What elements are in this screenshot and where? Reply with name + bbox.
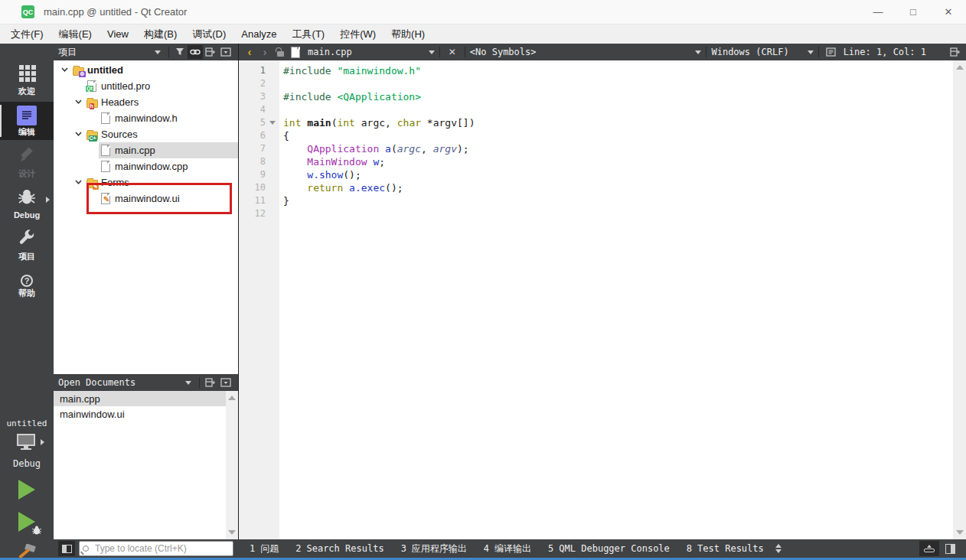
locator-input[interactable] — [95, 543, 217, 554]
line-number: 2 — [239, 77, 266, 90]
close-panel-icon[interactable] — [218, 45, 233, 59]
mode-item-欢迎[interactable]: 欢迎 — [0, 60, 54, 99]
pane-up-down-icon[interactable] — [775, 544, 782, 553]
menu-item[interactable]: 文件(F) — [3, 25, 51, 44]
build-hammer-button[interactable] — [16, 544, 38, 560]
open-file-name[interactable]: main.cpp — [308, 47, 352, 57]
code-line-2: 2 — [239, 77, 953, 90]
symbols-dropdown-icon[interactable] — [695, 50, 701, 54]
menu-item[interactable]: Analyze — [233, 26, 284, 42]
output-pane-5[interactable]: 5QML Debugger Console — [541, 542, 677, 555]
panel-dropdown-icon[interactable] — [185, 381, 191, 385]
output-pane-3[interactable]: 3应用程序输出 — [394, 541, 474, 557]
chevron-down-icon[interactable] — [74, 177, 83, 188]
open-documents-list: main.cppmainwindow.ui — [54, 391, 238, 539]
code-line-5: 5int main(int argc, char *argv[]) — [239, 116, 953, 129]
open-document-main.cpp[interactable]: main.cpp — [54, 391, 227, 406]
line-number: 6 — [239, 129, 266, 142]
forward-icon[interactable]: › — [257, 45, 273, 59]
mode-item-设计: 设计 — [0, 143, 54, 181]
minimize-button[interactable]: — — [860, 0, 896, 24]
line-ending-combo[interactable]: Windows (CRLF) — [711, 47, 788, 57]
project-tree: ⚙untitledQtuntitled.prohHeadersmainwindo… — [54, 60, 238, 374]
fold-marker-icon[interactable] — [269, 121, 276, 125]
pro-file-icon: Qt — [85, 80, 99, 92]
close-panel-icon[interactable] — [218, 376, 233, 389]
code-line-10: 10 return a.exec(); — [239, 181, 953, 194]
split-panel-icon[interactable] — [203, 45, 218, 59]
split-editor-icon[interactable] — [948, 45, 963, 59]
chevron-down-icon[interactable] — [60, 64, 69, 76]
line-number: 7 — [239, 142, 266, 155]
line-number: 1 — [239, 64, 266, 77]
tree-item-Sources[interactable]: C+Sources — [54, 126, 238, 142]
code-line-6: 6{ — [239, 129, 953, 142]
menu-item[interactable]: 帮助(H) — [383, 25, 432, 44]
split-panel-icon[interactable] — [203, 376, 218, 389]
output-pane-4[interactable]: 4编译输出 — [477, 541, 538, 557]
menu-item[interactable]: View — [100, 26, 136, 42]
line-ending-dropdown-icon[interactable] — [808, 50, 814, 54]
filter-icon[interactable] — [172, 45, 188, 59]
output-pane-8[interactable]: 8Test Results — [680, 542, 771, 555]
menu-item[interactable]: 编辑(E) — [51, 25, 100, 44]
tree-item-untitled.pro[interactable]: Qtuntitled.pro — [54, 78, 238, 94]
mode-sidebar: 欢迎编辑设计Debug项目?帮助 untitled Debug — [0, 44, 54, 539]
tree-item-untitled[interactable]: ⚙untitled — [54, 62, 238, 78]
open-document-mainwindow.ui[interactable]: mainwindow.ui — [54, 406, 227, 422]
output-pane-1[interactable]: 1问题 — [243, 541, 286, 557]
run-button[interactable] — [18, 480, 35, 500]
open-documents-header: Open Documents — [54, 374, 238, 391]
editor-scrollbar[interactable] — [953, 60, 966, 539]
project-panel-header: 项目 — [54, 44, 238, 60]
tree-item-Headers[interactable]: hHeaders — [54, 94, 238, 110]
open-documents-scrollbar[interactable] — [226, 391, 238, 539]
menu-item[interactable]: 构建(B) — [136, 25, 184, 44]
kit-selector[interactable]: untitled Debug — [0, 418, 54, 469]
window-title: main.cpp @ untitled - Qt Creator — [44, 6, 187, 18]
chevron-down-icon[interactable] — [74, 129, 83, 140]
code-line-3: 3#include <QApplication> — [239, 90, 953, 103]
maximize-button[interactable]: □ — [896, 0, 931, 24]
close-button[interactable]: ✕ — [931, 0, 966, 24]
file-dropdown-icon[interactable] — [429, 50, 435, 54]
chevron-down-icon[interactable] — [74, 96, 83, 108]
sources-folder-icon: C+ — [85, 129, 99, 140]
project-panel-title: 项目 — [58, 46, 77, 59]
mode-item-编辑[interactable]: 编辑 — [0, 102, 54, 140]
menu-item[interactable]: 工具(T) — [285, 25, 333, 44]
debug-run-button[interactable] — [18, 512, 35, 532]
line-number: 12 — [239, 207, 266, 220]
line-number: 9 — [239, 168, 266, 181]
output-pane-buttons: 1问题2Search Results3应用程序输出4编译输出5QML Debug… — [243, 541, 771, 557]
tree-item-mainwindow.cpp[interactable]: mainwindow.cpp — [54, 158, 238, 174]
code-line-11: 11} — [239, 194, 953, 207]
file-icon — [288, 45, 303, 59]
left-panel: 项目 ⚙untitledQtuntitled.prohHeadersma — [54, 44, 239, 539]
locator[interactable] — [79, 541, 233, 556]
sync-with-editor-icon[interactable] — [188, 45, 203, 59]
toggle-left-sidebar-icon[interactable] — [58, 541, 75, 556]
tree-item-main.cpp[interactable]: main.cpp — [54, 142, 238, 158]
mode-item-帮助[interactable]: ?帮助 — [0, 267, 54, 305]
code-line-9: 9 w.show(); — [239, 168, 953, 181]
output-pane-2[interactable]: 2Search Results — [289, 542, 390, 555]
menu-item[interactable]: 控件(W) — [332, 25, 383, 44]
line-number: 8 — [239, 155, 266, 168]
progress-details-icon[interactable] — [919, 541, 939, 556]
symbols-combo[interactable]: <No Symbols> — [470, 47, 537, 57]
tree-item-mainwindow.h[interactable]: mainwindow.h — [54, 110, 238, 126]
mode-item-项目[interactable]: 项目 — [0, 226, 54, 264]
kit-project-name: untitled — [7, 418, 47, 428]
text-document-icon[interactable] — [824, 45, 839, 59]
mode-item-Debug[interactable]: Debug — [0, 184, 54, 223]
back-icon[interactable]: ‹ — [242, 45, 257, 59]
title-bar: QC main.cpp @ untitled - Qt Creator — □ … — [0, 0, 966, 24]
status-bar: 1问题2Search Results3应用程序输出4编译输出5QML Debug… — [0, 539, 966, 558]
menu-item[interactable]: 调试(D) — [184, 25, 233, 44]
toggle-right-sidebar-icon[interactable] — [945, 544, 955, 554]
welcome-grid-icon — [18, 63, 36, 85]
code-editor[interactable]: 1#include "mainwindow.h"23#include <QApp… — [239, 60, 966, 539]
panel-dropdown-icon[interactable] — [155, 50, 161, 54]
close-document-icon[interactable]: ✕ — [445, 45, 460, 59]
